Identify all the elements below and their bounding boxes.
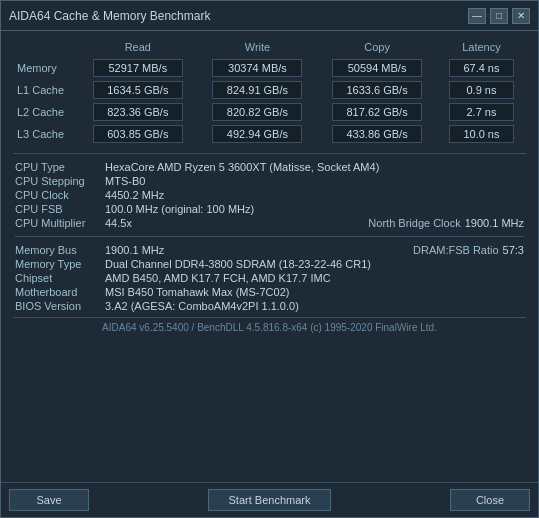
main-window: AIDA64 Cache & Memory Benchmark — □ ✕ Re…	[0, 0, 539, 518]
cpu-clock-value: 4450.2 MHz	[105, 189, 524, 201]
row-copy: 817.62 GB/s	[317, 101, 437, 123]
chipset-row: Chipset AMD B450, AMD K17.7 FCH, AMD K17…	[15, 271, 524, 285]
cpu-stepping-value: MTS-B0	[105, 175, 524, 187]
title-bar: AIDA64 Cache & Memory Benchmark — □ ✕	[1, 1, 538, 31]
row-write: 824.91 GB/s	[198, 79, 318, 101]
separator-1	[13, 153, 526, 154]
close-button[interactable]: Close	[450, 489, 530, 511]
motherboard-value: MSI B450 Tomahawk Max (MS-7C02)	[105, 286, 524, 298]
cpu-multiplier-row: CPU Multiplier 44.5x North Bridge Clock …	[15, 216, 524, 230]
save-button[interactable]: Save	[9, 489, 89, 511]
separator-2	[15, 236, 524, 237]
row-read: 823.36 GB/s	[78, 101, 198, 123]
dram-ratio-value: 57:3	[503, 244, 524, 256]
start-benchmark-button[interactable]: Start Benchmark	[208, 489, 332, 511]
row-write: 820.82 GB/s	[198, 101, 318, 123]
col-header-read: Read	[78, 39, 198, 57]
dram-ratio-label: DRAM:FSB Ratio	[413, 244, 499, 256]
row-read: 1634.5 GB/s	[78, 79, 198, 101]
table-row: L1 Cache 1634.5 GB/s 824.91 GB/s 1633.6 …	[13, 79, 526, 101]
memory-bus-value: 1900.1 MHz	[105, 244, 324, 256]
cpu-clock-label: CPU Clock	[15, 189, 105, 201]
row-label: L2 Cache	[13, 101, 78, 123]
memory-bus-row: Memory Bus 1900.1 MHz DRAM:FSB Ratio 57:…	[15, 243, 524, 257]
bios-value: 3.A2 (AGESA: ComboAM4v2PI 1.1.0.0)	[105, 300, 524, 312]
main-content: Read Write Copy Latency Memory 52917 MB/…	[1, 31, 538, 482]
motherboard-row: Motherboard MSI B450 Tomahawk Max (MS-7C…	[15, 285, 524, 299]
close-window-button[interactable]: ✕	[512, 8, 530, 24]
row-label: L3 Cache	[13, 123, 78, 145]
chipset-value: AMD B450, AMD K17.7 FCH, AMD K17.7 IMC	[105, 272, 524, 284]
memory-type-value: Dual Channel DDR4-3800 SDRAM (18-23-22-4…	[105, 258, 524, 270]
cpu-type-value: HexaCore AMD Ryzen 5 3600XT (Matisse, So…	[105, 161, 524, 173]
info-section: CPU Type HexaCore AMD Ryzen 5 3600XT (Ma…	[13, 160, 526, 313]
row-read: 603.85 GB/s	[78, 123, 198, 145]
cpu-fsb-row: CPU FSB 100.0 MHz (original: 100 MHz)	[15, 202, 524, 216]
benchmark-table: Read Write Copy Latency Memory 52917 MB/…	[13, 39, 526, 145]
memory-bus-label: Memory Bus	[15, 244, 105, 256]
cpu-fsb-label: CPU FSB	[15, 203, 105, 215]
row-copy: 50594 MB/s	[317, 57, 437, 79]
north-bridge-right: North Bridge Clock 1900.1 MHz	[324, 217, 524, 229]
row-latency: 0.9 ns	[437, 79, 526, 101]
table-row: Memory 52917 MB/s 30374 MB/s 50594 MB/s …	[13, 57, 526, 79]
cpu-multiplier-value: 44.5x	[105, 217, 324, 229]
table-row: L3 Cache 603.85 GB/s 492.94 GB/s 433.86 …	[13, 123, 526, 145]
cpu-stepping-label: CPU Stepping	[15, 175, 105, 187]
row-copy: 433.86 GB/s	[317, 123, 437, 145]
cpu-clock-row: CPU Clock 4450.2 MHz	[15, 188, 524, 202]
row-label: L1 Cache	[13, 79, 78, 101]
col-header-write: Write	[198, 39, 318, 57]
table-row: L2 Cache 823.36 GB/s 820.82 GB/s 817.62 …	[13, 101, 526, 123]
cpu-multiplier-label: CPU Multiplier	[15, 217, 105, 229]
row-write: 30374 MB/s	[198, 57, 318, 79]
memory-type-row: Memory Type Dual Channel DDR4-3800 SDRAM…	[15, 257, 524, 271]
row-copy: 1633.6 GB/s	[317, 79, 437, 101]
cpu-stepping-row: CPU Stepping MTS-B0	[15, 174, 524, 188]
memory-bus-left: Memory Bus 1900.1 MHz	[15, 244, 324, 256]
cpu-fsb-value: 100.0 MHz (original: 100 MHz)	[105, 203, 524, 215]
north-bridge-label: North Bridge Clock	[368, 217, 460, 229]
col-header-latency: Latency	[437, 39, 526, 57]
col-header-label	[13, 39, 78, 57]
north-bridge-value: 1900.1 MHz	[465, 217, 524, 229]
row-write: 492.94 GB/s	[198, 123, 318, 145]
row-latency: 2.7 ns	[437, 101, 526, 123]
minimize-button[interactable]: —	[468, 8, 486, 24]
cpu-type-label: CPU Type	[15, 161, 105, 173]
bios-row: BIOS Version 3.A2 (AGESA: ComboAM4v2PI 1…	[15, 299, 524, 313]
row-label: Memory	[13, 57, 78, 79]
chipset-label: Chipset	[15, 272, 105, 284]
motherboard-label: Motherboard	[15, 286, 105, 298]
bios-label: BIOS Version	[15, 300, 105, 312]
button-bar: Save Start Benchmark Close	[1, 482, 538, 517]
restore-button[interactable]: □	[490, 8, 508, 24]
dram-ratio-right: DRAM:FSB Ratio 57:3	[324, 244, 524, 256]
row-latency: 67.4 ns	[437, 57, 526, 79]
window-title: AIDA64 Cache & Memory Benchmark	[9, 9, 210, 23]
window-controls: — □ ✕	[468, 8, 530, 24]
memory-type-label: Memory Type	[15, 258, 105, 270]
row-read: 52917 MB/s	[78, 57, 198, 79]
cpu-multiplier-left: CPU Multiplier 44.5x	[15, 217, 324, 229]
row-latency: 10.0 ns	[437, 123, 526, 145]
cpu-type-row: CPU Type HexaCore AMD Ryzen 5 3600XT (Ma…	[15, 160, 524, 174]
col-header-copy: Copy	[317, 39, 437, 57]
footer-text: AIDA64 v6.25.5400 / BenchDLL 4.5.816.8-x…	[13, 317, 526, 337]
